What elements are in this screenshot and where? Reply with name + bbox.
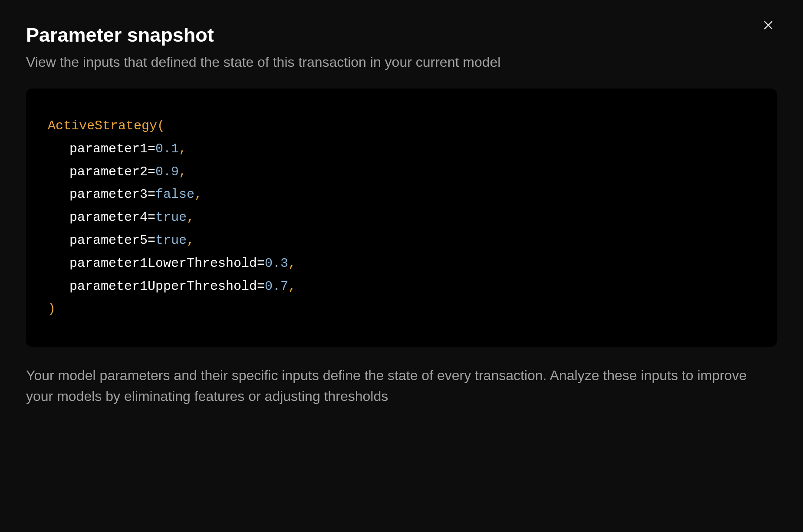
code-param-line: parameter1=0.1, [48, 138, 755, 161]
param-name: parameter4 [69, 210, 148, 225]
code-snapshot: ActiveStrategy( parameter1=0.1,parameter… [26, 89, 777, 347]
equals-sign: = [148, 210, 155, 225]
param-name: parameter2 [69, 164, 148, 179]
param-value: true [155, 210, 187, 225]
param-value: 0.1 [155, 141, 179, 156]
param-name: parameter1UpperThreshold [69, 279, 257, 294]
code-param-line: parameter5=true, [48, 229, 755, 252]
comma: , [187, 233, 194, 248]
open-paren: ( [157, 118, 165, 133]
comma: , [194, 187, 202, 202]
close-button[interactable] [760, 17, 777, 35]
close-paren: ) [48, 302, 56, 316]
equals-sign: = [148, 187, 155, 202]
code-open-line: ActiveStrategy( [48, 115, 755, 138]
param-value: true [155, 233, 187, 248]
comma: , [179, 164, 187, 179]
equals-sign: = [148, 164, 155, 179]
comma: , [187, 210, 194, 225]
code-param-line: parameter1LowerThreshold=0.3, [48, 252, 755, 275]
equals-sign: = [257, 256, 265, 271]
param-name: parameter1LowerThreshold [69, 256, 257, 271]
equals-sign: = [148, 141, 155, 156]
param-value: 0.9 [155, 164, 179, 179]
function-name: ActiveStrategy [48, 118, 157, 133]
comma: , [179, 141, 187, 156]
param-value: false [155, 187, 194, 202]
code-param-line: parameter4=true, [48, 206, 755, 229]
comma: , [288, 279, 296, 294]
footer-description: Your model parameters and their specific… [26, 365, 777, 407]
comma: , [288, 256, 296, 271]
code-param-line: parameter3=false, [48, 183, 755, 206]
dialog-subtitle: View the inputs that defined the state o… [26, 54, 777, 70]
close-icon [762, 19, 774, 33]
param-value: 0.3 [265, 256, 288, 271]
dialog-title: Parameter snapshot [26, 24, 777, 46]
code-param-line: parameter1UpperThreshold=0.7, [48, 275, 755, 298]
equals-sign: = [148, 233, 155, 248]
param-name: parameter1 [69, 141, 148, 156]
param-name: parameter3 [69, 187, 148, 202]
code-close-line: ) [48, 298, 755, 321]
param-name: parameter5 [69, 233, 148, 248]
param-value: 0.7 [265, 279, 288, 294]
equals-sign: = [257, 279, 265, 294]
code-param-line: parameter2=0.9, [48, 161, 755, 184]
